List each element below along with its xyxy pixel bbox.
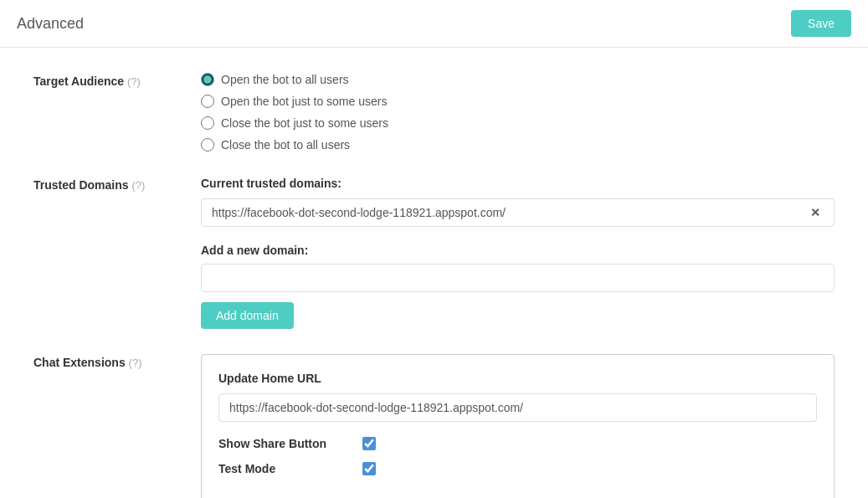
- domain-remove-button[interactable]: ✕: [807, 206, 824, 219]
- domain-item: https://facebook-dot-second-lodge-118921…: [201, 198, 835, 227]
- chat-extensions-section: Chat Extensions (?) Update Home URL Show…: [33, 354, 835, 498]
- trusted-domains-section: Trusted Domains (?) Current trusted doma…: [33, 177, 835, 329]
- current-trusted-title: Current trusted domains:: [201, 177, 835, 190]
- page-title: Advanced: [17, 15, 84, 33]
- radio-item-some-users[interactable]: Open the bot just to some users: [201, 95, 835, 108]
- radio-item-close-all[interactable]: Close the bot to all users: [201, 138, 835, 151]
- add-domain-label: Add a new domain:: [201, 244, 835, 257]
- radio-open-all[interactable]: [201, 73, 214, 86]
- trusted-domains-label: Trusted Domains (?): [33, 177, 201, 192]
- radio-label-open-all: Open the bot to all users: [221, 73, 349, 86]
- radio-open-some[interactable]: [201, 95, 214, 108]
- page-content: Target Audience (?) Open the bot to all …: [0, 48, 868, 498]
- page-header: Advanced Save: [0, 0, 868, 48]
- radio-label-close-some: Close the bot just to some users: [221, 116, 388, 130]
- target-audience-label: Target Audience (?): [33, 73, 201, 88]
- radio-item-close-some[interactable]: Close the bot just to some users: [201, 116, 835, 130]
- test-mode-row: Test Mode: [218, 462, 817, 475]
- home-url-input[interactable]: [218, 393, 817, 422]
- radio-group: Open the bot to all users Open the bot j…: [201, 73, 835, 151]
- add-domain-input[interactable]: [201, 264, 835, 292]
- trusted-domains-content: Current trusted domains: https://faceboo…: [201, 177, 835, 329]
- show-share-button-checkbox[interactable]: [362, 437, 376, 450]
- radio-close-some[interactable]: [201, 116, 214, 130]
- radio-label-open-some: Open the bot just to some users: [221, 95, 387, 108]
- add-domain-button[interactable]: Add domain: [201, 302, 294, 329]
- test-mode-label: Test Mode: [218, 462, 352, 475]
- domain-url-text: https://facebook-dot-second-lodge-118921…: [212, 206, 807, 219]
- test-mode-checkbox[interactable]: [362, 462, 376, 475]
- radio-item-all-users[interactable]: Open the bot to all users: [201, 73, 835, 86]
- show-share-button-row: Show Share Button: [218, 437, 817, 450]
- target-audience-section: Target Audience (?) Open the bot to all …: [33, 73, 835, 151]
- show-share-button-label: Show Share Button: [218, 437, 352, 450]
- save-button[interactable]: Save: [791, 10, 851, 37]
- radio-close-all[interactable]: [201, 138, 214, 151]
- chat-extensions-label: Chat Extensions (?): [33, 354, 201, 369]
- target-audience-content: Open the bot to all users Open the bot j…: [201, 73, 835, 151]
- chat-extensions-box: Update Home URL Show Share Button Test M…: [201, 354, 835, 498]
- radio-label-close-all: Close the bot to all users: [221, 138, 350, 151]
- update-home-url-title: Update Home URL: [218, 372, 817, 385]
